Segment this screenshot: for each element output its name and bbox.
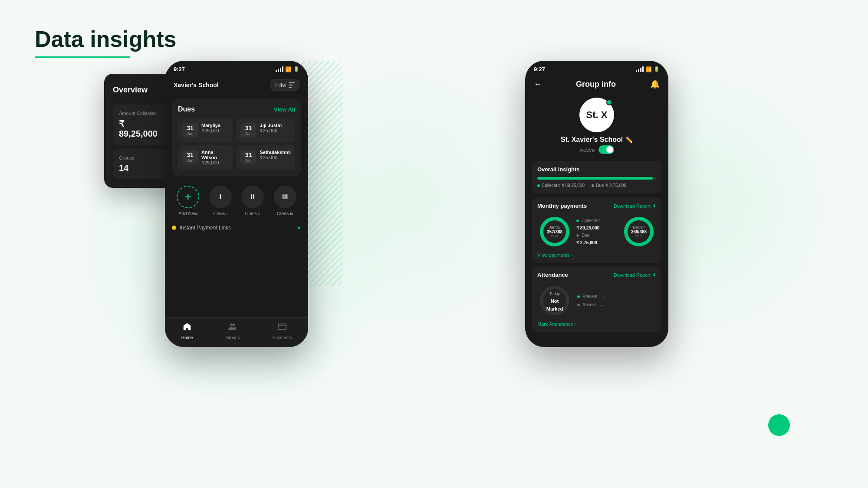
due-item-3: 31 Jan Anna Wilson ₹25,000 [178,145,233,170]
overview-title: Overview [113,85,148,95]
filter-button-left[interactable]: Filter [270,79,299,91]
due-item-2: 31 Jan Jiji Justin ₹25,000 [236,118,295,142]
amount-collected-stat: Amount Collected ₹ 89,25,000 [113,105,169,145]
signal-icon [276,66,283,72]
avatar: St. X [579,98,614,132]
insights-title: Overall insights [537,166,656,173]
due-info-2: Jiji Justin ₹25,000 [260,123,282,134]
payments-icon [277,322,287,334]
active-toggle[interactable] [598,145,614,154]
active-badge: Active [579,145,614,154]
dec-donut: Dec'24 368/368 Paid [621,214,656,249]
nav-payments[interactable]: Payments [273,322,292,340]
class-navigation: + Add New i Class i ii Class ii iii Clas… [165,180,308,221]
attendance-donut: Today Not Marked [537,283,572,318]
nav-groups-label: Groups [226,335,240,340]
dues-section: Dues View All 31 Jan Maryliya ₹25,000 31… [172,99,301,176]
avatar-text: St. X [586,109,608,121]
back-button[interactable]: ← [534,80,542,89]
avatar-section: St. X St. Xavier's School ✏️ Active [525,93,668,157]
instant-payment-section: Instant Payment Links ➤ [165,221,308,234]
payment-circles: Jan'25 357/368 Paid Collected ₹ 89,25,00… [537,214,656,249]
nav-groups[interactable]: Groups [226,322,240,340]
svg-rect-2 [278,324,286,330]
groups-icon [228,322,237,334]
monthly-payments-section: Monthly payments Download Report ⬇ Jan'2… [532,197,661,263]
due-date-3: 31 Jan [182,150,198,164]
status-icons-right: 📶 🔋 [636,66,660,72]
wifi-icon: 📶 [285,66,292,72]
notification-bell-icon[interactable]: 🔔 [650,79,660,89]
mark-attendance-link[interactable]: Mark Attendance › [537,321,656,327]
groups-value: 14 [119,163,163,173]
signal-icon-right [636,66,644,72]
amount-collected-label: Amount Collected [119,111,163,116]
time-right: 9:27 [534,66,545,72]
nav-class-i[interactable]: i Class i [209,186,232,216]
jan-label: Jan'25 357/368 Paid [547,225,562,238]
insights-bar [537,177,656,180]
due-info-3: Anna Wilson ₹25,000 [201,150,228,166]
jan-stats: Collected ₹ 89,25,000 Due ₹ 2,75,000 [576,218,600,245]
present-dot [577,295,580,298]
chevron-right-icon: › [571,252,573,258]
due-stat-row: Due [576,233,600,238]
svg-point-0 [230,324,233,326]
attendance-title: Attendance [537,272,568,278]
page-title: Data insights [35,26,177,52]
download-icon: ⬇ [652,203,656,209]
dues-header: Dues View All [178,105,295,113]
battery-icon-right: 🔋 [654,66,660,72]
app-header: Xavier's School Filter [165,75,308,95]
class-ii-icon: ii [241,186,264,208]
groups-label: Groups [119,155,163,160]
class-i-label: Class i [213,211,227,216]
monthly-title: Monthly payments [537,203,587,209]
due-item-1: 31 Jan Maryliya ₹25,000 [178,118,233,142]
instant-payment-label: Instant Payment Links [180,225,231,231]
page-title-section: Data insights [35,26,177,58]
collected-stat-row: Collected [576,218,600,223]
status-icons-left: 📶 🔋 [276,66,299,72]
nav-class-ii[interactable]: ii Class ii [241,186,264,216]
add-new-icon: + [177,186,199,208]
collected-stat-dot [576,219,579,222]
jan-donut: Jan'25 357/368 Paid [537,214,572,249]
attendance-section: Attendance Download Report ⬇ Today Not M… [532,266,661,332]
time-left: 9:27 [174,66,185,72]
nav-home[interactable]: Home [181,322,193,340]
class-i-icon: i [209,186,232,208]
class-iii-icon: iii [274,186,296,208]
due-date-4: 31 Jan [240,150,256,164]
due-info-4: Sethulakshmi ₹25,000 [260,150,291,160]
nav-add-new[interactable]: + Add New [177,186,199,216]
attendance-stats: Present - Absent - [577,294,604,307]
nav-class-iii[interactable]: iii Class iii [274,186,296,216]
dues-title: Dues [178,105,195,113]
class-iii-label: Class iii [277,211,293,216]
online-indicator [606,99,612,105]
due-legend: Due ₹ 2,75,000 [592,183,626,188]
group-info-title: Group info [576,80,616,89]
due-date-1: 31 Jan [182,123,198,138]
green-dot-decoration [768,414,790,436]
due-amount: ₹ 2,75,000 [605,183,626,188]
dec-label: Dec'24 368/368 Paid [631,225,647,238]
status-bar-left: 9:27 📶 🔋 [165,61,308,75]
absent-dot [577,304,580,306]
due-date-2: 31 Jan [240,123,256,138]
due-info-1: Maryliya ₹25,000 [201,123,220,134]
collected-label: Collected [542,183,560,188]
groups-stat: Groups 14 [113,149,169,179]
view-all-link[interactable]: View All [274,106,295,113]
edit-icon[interactable]: ✏️ [625,136,633,143]
jan-payment: Jan'25 357/368 Paid Collected ₹ 89,25,00… [537,214,600,249]
collected-amount: ₹ 89,25,000 [562,183,585,188]
toggle-dot [606,146,613,153]
title-underline [35,56,130,58]
download-attendance-button[interactable]: Download Report ⬇ [614,272,656,278]
class-ii-label: Class ii [245,211,260,216]
download-report-button[interactable]: Download Report ⬇ [614,203,656,209]
nav-home-label: Home [181,335,193,340]
view-payments-link[interactable]: View payments › [537,252,656,258]
